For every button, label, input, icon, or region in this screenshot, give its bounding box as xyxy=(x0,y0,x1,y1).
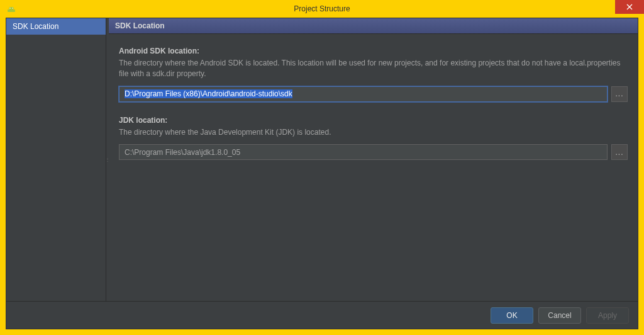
content-area: SDK Location ⋮ SDK Location Android SDK … xyxy=(0,18,644,335)
sidebar: SDK Location xyxy=(6,18,106,301)
jdk-input[interactable] xyxy=(119,144,608,160)
panel-content: Android SDK location: The directory wher… xyxy=(109,34,638,301)
project-structure-window: Project Structure SDK Location ⋮ SDK Loc… xyxy=(0,0,644,335)
ok-button[interactable]: OK xyxy=(491,307,533,324)
panel-header: SDK Location xyxy=(109,18,638,34)
apply-button: Apply xyxy=(586,307,629,324)
right-panel: SDK Location Android SDK location: The d… xyxy=(109,18,638,301)
titlebar: Project Structure xyxy=(0,0,644,18)
close-button[interactable] xyxy=(615,0,644,14)
android-sdk-label: Android SDK location: xyxy=(119,47,628,55)
jdk-row: ... xyxy=(119,144,628,160)
main-row: SDK Location ⋮ SDK Location Android SDK … xyxy=(6,18,638,301)
jdk-description: The directory where the Java Development… xyxy=(119,127,628,138)
jdk-browse-button[interactable]: ... xyxy=(611,144,628,160)
android-sdk-browse-button[interactable]: ... xyxy=(611,86,628,102)
android-sdk-input[interactable] xyxy=(119,86,608,102)
sidebar-item-sdk-location[interactable]: SDK Location xyxy=(6,18,106,35)
dialog-body: SDK Location ⋮ SDK Location Android SDK … xyxy=(6,18,638,329)
window-title: Project Structure xyxy=(0,4,644,13)
android-sdk-description: The directory where the Android SDK is l… xyxy=(119,58,628,80)
cancel-button[interactable]: Cancel xyxy=(538,307,581,324)
android-sdk-row: ... xyxy=(119,86,628,102)
button-bar: OK Cancel Apply xyxy=(6,301,638,329)
jdk-label: JDK location: xyxy=(119,116,628,125)
